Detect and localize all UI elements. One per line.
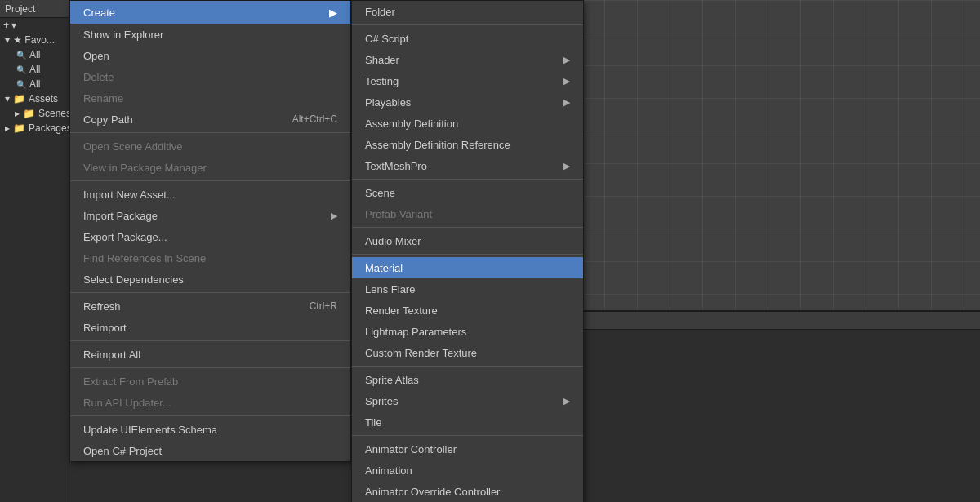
menu-item-export-package[interactable]: Export Package...: [70, 226, 350, 247]
menu-item-lens-flare[interactable]: Lens Flare: [352, 278, 583, 300]
menu-item-refresh[interactable]: Refresh Ctrl+R: [70, 295, 350, 317]
create-arrow: ▶: [329, 7, 337, 19]
folder-symbol-packages: 📁: [13, 122, 25, 134]
menu-item-animation[interactable]: Animation: [352, 460, 583, 481]
menu-item-extract-from-prefab: Extract From Prefab: [70, 371, 350, 392]
right-separator-5: [352, 366, 583, 367]
menu-item-sprite-atlas[interactable]: Sprite Atlas: [352, 369, 583, 390]
menu-item-view-package-manager: View in Package Manager: [70, 157, 350, 178]
menu-item-run-api-updater: Run API Updater...: [70, 392, 350, 413]
menu-item-open-csharp-project[interactable]: Open C# Project: [70, 440, 350, 461]
menu-item-assembly-definition[interactable]: Assembly Definition: [352, 113, 583, 134]
import-package-arrow: ▶: [331, 211, 337, 221]
right-separator-1: [352, 24, 583, 25]
menu-item-textmeshpro[interactable]: TextMeshPro ▶: [352, 155, 583, 176]
menu-item-playables[interactable]: Playables ▶: [352, 91, 583, 113]
right-separator-6: [352, 435, 583, 436]
menu-item-animator-controller[interactable]: Animator Controller: [352, 438, 583, 460]
menu-item-folder[interactable]: Folder: [352, 1, 583, 22]
folder-symbol-assets: 📁: [13, 93, 25, 104]
sidebar-item-all3[interactable]: 🔍 All: [0, 77, 69, 91]
copy-path-shortcut: Alt+Ctrl+C: [292, 113, 337, 125]
menu-item-select-dependencies[interactable]: Select Dependencies: [70, 269, 350, 290]
menu-item-prefab-variant: Prefab Variant: [352, 203, 583, 224]
menu-item-sprites[interactable]: Sprites ▶: [352, 390, 583, 411]
folder-symbol-scenes: 📁: [23, 108, 35, 119]
sidebar-header: Project: [0, 0, 69, 18]
sidebar-item-all1[interactable]: 🔍 All: [0, 47, 69, 62]
menu-item-testing[interactable]: Testing ▶: [352, 70, 583, 91]
menu-item-create[interactable]: Create ▶: [70, 1, 350, 24]
menu-item-material[interactable]: Material: [352, 257, 583, 278]
folder-icon-scenes: ▸: [15, 108, 20, 119]
separator-2: [70, 180, 350, 181]
menu-item-lightmap-parameters[interactable]: Lightmap Parameters: [352, 321, 583, 342]
search-icon3: 🔍: [16, 80, 26, 89]
menu-item-audio-mixer[interactable]: Audio Mixer: [352, 230, 583, 251]
separator-6: [70, 415, 350, 416]
right-context-menu: Folder C# Script Shader ▶ Testing ▶ Play…: [351, 0, 584, 502]
left-context-menu: Create ▶ Show in Explorer Open Delete Re…: [69, 0, 351, 462]
separator-3: [70, 292, 350, 293]
sidebar-item-all2[interactable]: 🔍 All: [0, 62, 69, 77]
menu-item-reimport-all[interactable]: Reimport All: [70, 344, 350, 365]
menu-item-import-package[interactable]: Import Package ▶: [70, 205, 350, 226]
testing-arrow: ▶: [564, 76, 570, 87]
menu-item-update-uielements[interactable]: Update UIElements Schema: [70, 419, 350, 440]
menu-item-render-texture[interactable]: Render Texture: [352, 300, 583, 321]
menu-item-scene[interactable]: Scene: [352, 182, 583, 203]
sidebar: Project + ▾ ▾ ★ Favo... 🔍 All 🔍 All 🔍 Al…: [0, 0, 69, 502]
sidebar-item-scenes[interactable]: ▸ 📁 Scenes: [0, 106, 69, 121]
right-separator-2: [352, 179, 583, 180]
folder-icon-packages: ▸: [5, 122, 10, 134]
separator-4: [70, 340, 350, 341]
menu-item-open[interactable]: Open: [70, 45, 350, 66]
right-separator-3: [352, 227, 583, 228]
menu-item-delete: Delete: [70, 66, 350, 87]
menu-item-rename: Rename: [70, 87, 350, 109]
menu-item-reimport[interactable]: Reimport: [70, 317, 350, 338]
textmeshpro-arrow: ▶: [564, 161, 570, 171]
menu-item-custom-render-texture[interactable]: Custom Render Texture: [352, 342, 583, 363]
shader-arrow: ▶: [564, 55, 570, 65]
project-label: Project: [5, 3, 35, 15]
menu-item-open-scene-additive: Open Scene Additive: [70, 135, 350, 157]
menu-item-find-references: Find References In Scene: [70, 247, 350, 269]
right-separator-4: [352, 254, 583, 255]
refresh-shortcut: Ctrl+R: [310, 300, 337, 312]
sprites-arrow: ▶: [564, 396, 570, 406]
menu-item-shader[interactable]: Shader ▶: [352, 49, 583, 70]
menu-item-show-explorer[interactable]: Show in Explorer: [70, 24, 350, 45]
menu-item-tile[interactable]: Tile: [352, 411, 583, 433]
folder-icon-assets: ▾: [5, 93, 10, 104]
star-icon: ▾: [5, 34, 10, 46]
add-button[interactable]: + ▾: [3, 20, 16, 31]
sidebar-item-favorites[interactable]: ▾ ★ Favo...: [0, 33, 69, 47]
sidebar-item-assets[interactable]: ▾ 📁 Assets: [0, 91, 69, 106]
separator-5: [70, 367, 350, 368]
menu-item-copy-path[interactable]: Copy Path Alt+Ctrl+C: [70, 109, 350, 130]
search-icon: 🔍: [16, 51, 26, 60]
menu-item-animator-override-controller[interactable]: Animator Override Controller: [352, 481, 583, 502]
search-icon2: 🔍: [16, 65, 26, 74]
menu-item-assembly-definition-ref[interactable]: Assembly Definition Reference: [352, 134, 583, 155]
menu-item-import-new-asset[interactable]: Import New Asset...: [70, 184, 350, 205]
separator-1: [70, 132, 350, 133]
sidebar-item-packages[interactable]: ▸ 📁 Packages: [0, 121, 69, 135]
playables-arrow: ▶: [564, 97, 570, 108]
create-label: Create: [83, 7, 115, 19]
menu-item-csharp-script[interactable]: C# Script: [352, 28, 583, 49]
